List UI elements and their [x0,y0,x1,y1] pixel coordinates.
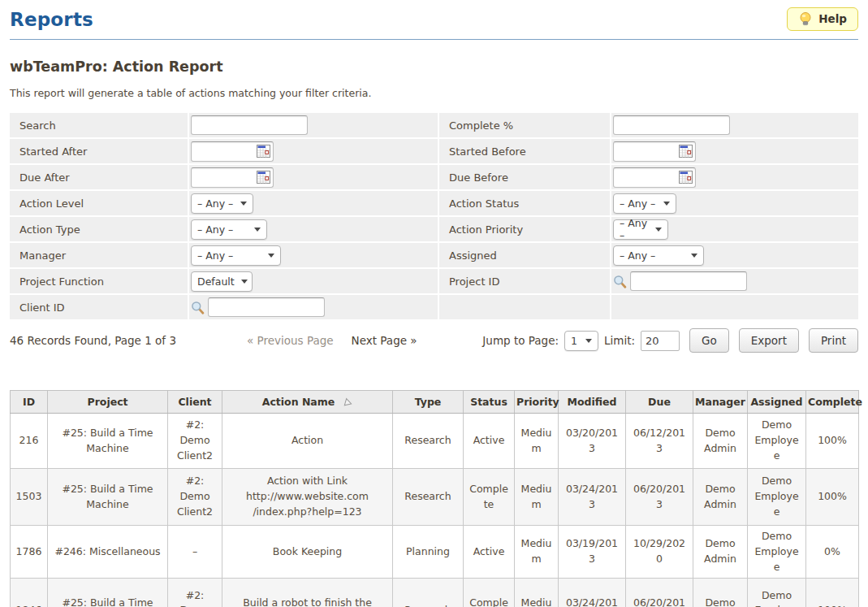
table-cell: Planning [393,526,464,579]
calendar-icon[interactable] [257,171,270,184]
export-button[interactable]: Export [739,328,799,353]
lightbulb-icon [798,11,813,26]
table-cell: 100% [806,469,859,526]
table-cell: Demo Employee [748,579,806,607]
previous-page-link[interactable]: « Previous Page [247,334,334,347]
table-cell: #246: Miscellaneous [48,526,168,579]
column-header-status[interactable]: Status [464,391,515,414]
calendar-icon[interactable] [257,145,270,158]
manager-label: Manager [10,243,188,267]
table-cell: 1786 [11,526,48,579]
project-function-value: Default [197,275,235,288]
table-cell: Research [393,579,464,607]
started-after-date-input[interactable] [191,141,274,162]
column-header-due[interactable]: Due [626,391,693,414]
assigned-select[interactable]: – Any – [613,245,704,266]
manager-select[interactable]: – Any – [191,245,281,266]
calendar-icon[interactable] [679,171,693,184]
dropdown-arrow-icon [240,202,247,206]
table-cell: #2: Demo Client2 [168,414,222,469]
table-row: 1503#25: Build a Time Machine#2: Demo Cl… [11,469,859,526]
table-cell: Medium [515,579,559,607]
action-level-label: Action Level [10,191,188,215]
limit-label: Limit: [604,334,635,347]
page-header: Reports Help [10,0,858,40]
results-table: IDProjectClientAction NameTypeStatusPrio… [10,390,859,607]
table-cell: 03/19/2013 [559,526,626,579]
report-title: wbTeamPro: Action Report [10,59,858,75]
table-cell: Medium [515,414,559,469]
dropdown-arrow-icon [585,339,592,343]
jump-to-page-value: 1 [571,335,577,347]
magnifier-icon[interactable] [191,301,205,314]
table-cell: 03/24/2013 [559,469,626,526]
print-button[interactable]: Print [809,328,858,353]
dropdown-arrow-icon [663,202,670,206]
column-header-manager[interactable]: Manager [693,391,748,414]
started-before-date-input[interactable] [613,141,696,162]
action-status-select[interactable]: – Any – [613,193,676,214]
table-cell: Book Keeping [222,526,393,579]
table-cell: Demo Admin [693,579,748,607]
magnifier-icon[interactable] [613,275,627,288]
results-header-row: IDProjectClientAction NameTypeStatusPrio… [11,391,859,414]
project-function-label: Project Function [10,269,188,293]
action-status-value: – Any – [620,197,655,210]
due-before-label: Due Before [439,165,610,189]
complete-percent-input[interactable] [613,115,730,135]
table-cell: Action [222,414,393,469]
jump-to-page-label: Jump to Page: [482,334,559,347]
calendar-icon[interactable] [679,145,693,158]
table-cell: Active [464,414,515,469]
due-after-label: Due After [10,165,188,189]
table-cell: – [168,526,222,579]
table-cell: 06/12/2013 [626,414,693,469]
report-description: This report will generate a table of act… [10,87,858,99]
due-before-date-input[interactable] [613,167,696,188]
column-header-id[interactable]: ID [11,391,48,414]
table-cell: 100% [806,414,859,469]
table-cell: Demo Admin [693,469,748,526]
table-cell: Active [464,526,515,579]
limit-input[interactable] [641,331,680,351]
due-after-date-input[interactable] [191,167,274,188]
dropdown-arrow-icon [268,254,274,258]
column-header-priority[interactable]: Priority [515,391,559,414]
action-priority-select[interactable]: – Any – [613,219,668,240]
column-header-project[interactable]: Project [48,391,168,414]
column-header-assigned[interactable]: Assigned [748,391,806,414]
action-level-value: – Any – [197,197,233,210]
column-header-type[interactable]: Type [393,391,464,414]
table-cell: Complete [464,579,515,607]
filter-empty-cell [611,295,858,319]
table-cell: Medium [515,526,559,579]
dropdown-arrow-icon [241,280,248,284]
search-input[interactable] [191,115,308,135]
client-id-input[interactable] [208,297,325,317]
table-row: 216#25: Build a Time Machine#2: Demo Cli… [11,414,859,469]
table-cell: #2: Demo Client2 [168,469,222,526]
dropdown-arrow-icon [691,254,697,258]
project-id-input[interactable] [630,271,747,291]
action-type-label: Action Type [10,217,188,241]
table-cell: 216 [11,414,48,469]
assigned-label: Assigned [439,243,610,267]
next-page-link[interactable]: Next Page » [352,334,417,347]
help-button[interactable]: Help [787,7,858,31]
action-report-page: Reports Help wbTeamPro: Action Report Th… [0,0,868,607]
action-level-select[interactable]: – Any – [191,193,253,214]
go-button[interactable]: Go [689,328,729,353]
table-cell: Demo Employee [748,469,806,526]
client-id-label: Client ID [10,295,188,319]
column-header-client[interactable]: Client [168,391,222,414]
project-function-select[interactable]: Default [191,271,253,292]
table-cell: #25: Build a Time Machine [48,579,168,607]
column-header-complete[interactable]: Complete [806,391,859,414]
column-header-modified[interactable]: Modified [559,391,626,414]
filter-empty-cell [439,295,610,319]
jump-to-page-select[interactable]: 1 [564,331,598,351]
table-cell: #2: Demo Client2 [168,579,222,607]
action-type-select[interactable]: – Any – [191,219,267,240]
table-cell: Demo Employee [748,526,806,579]
column-header-action-name[interactable]: Action Name [222,391,393,414]
